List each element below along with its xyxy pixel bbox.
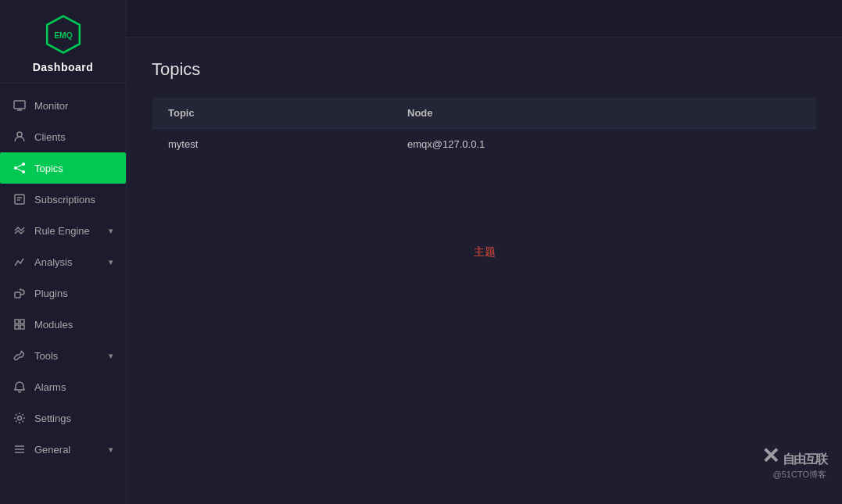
svg-rect-17 xyxy=(15,325,19,329)
sidebar: EMQ Dashboard Monitor Clients Topics xyxy=(0,0,127,504)
sidebar-item-modules-label: Modules xyxy=(34,319,113,331)
svg-line-9 xyxy=(17,165,22,167)
tools-chevron-icon: ▾ xyxy=(109,351,113,361)
sidebar-item-topics[interactable]: Topics xyxy=(0,152,126,184)
page-title: Topics xyxy=(152,59,817,80)
topbar xyxy=(127,0,842,38)
svg-rect-18 xyxy=(20,325,24,329)
modules-icon xyxy=(13,317,27,331)
cell-topic: mytest xyxy=(152,129,392,160)
table-header: Topic Node xyxy=(152,98,817,129)
svg-line-10 xyxy=(17,169,22,171)
sidebar-item-rule-engine-label: Rule Engine xyxy=(34,225,106,237)
topics-table: Topic Node mytest emqx@127.0.0.1 xyxy=(152,97,817,160)
watermark-brand: @51CTO博客 xyxy=(761,469,826,481)
monitor-icon xyxy=(13,98,27,113)
table-row: mytest emqx@127.0.0.1 xyxy=(152,129,817,160)
rule-engine-chevron-icon: ▾ xyxy=(109,226,113,236)
column-header-node: Node xyxy=(392,98,816,129)
sidebar-item-monitor-label: Monitor xyxy=(34,100,113,112)
sidebar-item-analysis-label: Analysis xyxy=(34,256,106,268)
svg-rect-16 xyxy=(20,320,24,323)
sidebar-item-subscriptions-label: Subscriptions xyxy=(34,194,113,206)
column-header-topic: Topic xyxy=(152,98,392,129)
plugins-icon xyxy=(13,286,27,300)
sidebar-item-alarms-label: Alarms xyxy=(34,381,113,393)
analysis-icon xyxy=(13,255,27,269)
sidebar-logo: EMQ Dashboard xyxy=(0,0,126,84)
topics-icon xyxy=(13,161,27,175)
svg-point-5 xyxy=(17,132,22,137)
watermark: ✕ 自由互联 @51CTO博客 xyxy=(761,443,826,481)
sidebar-item-modules[interactable]: Modules xyxy=(0,309,126,340)
center-label: 主题 xyxy=(474,245,496,259)
svg-rect-2 xyxy=(14,101,25,109)
svg-text:EMQ: EMQ xyxy=(54,31,73,40)
emq-logo: EMQ xyxy=(43,14,84,55)
svg-rect-15 xyxy=(15,320,19,323)
sidebar-item-analysis[interactable]: Analysis ▾ xyxy=(0,246,126,277)
svg-point-19 xyxy=(18,416,22,420)
sidebar-item-rule-engine[interactable]: Rule Engine ▾ xyxy=(0,215,126,246)
svg-rect-14 xyxy=(15,292,20,298)
main-content: Topics Topic Node mytest emqx@127.0.0.1 … xyxy=(127,0,842,504)
watermark-icon: ✕ 自由互联 xyxy=(761,443,826,469)
svg-rect-11 xyxy=(15,195,24,204)
subscriptions-icon xyxy=(13,192,27,206)
svg-point-6 xyxy=(14,166,17,170)
sidebar-item-alarms[interactable]: Alarms xyxy=(0,371,126,402)
svg-point-7 xyxy=(22,163,25,166)
table-body: mytest emqx@127.0.0.1 xyxy=(152,129,817,160)
dashboard-title: Dashboard xyxy=(33,61,94,73)
sidebar-item-clients[interactable]: Clients xyxy=(0,121,126,152)
general-chevron-icon: ▾ xyxy=(109,445,113,455)
sidebar-item-plugins-label: Plugins xyxy=(34,288,113,299)
sidebar-item-subscriptions[interactable]: Subscriptions xyxy=(0,184,126,215)
rule-engine-icon xyxy=(13,223,27,238)
alarms-icon xyxy=(13,380,27,394)
svg-point-8 xyxy=(22,170,25,173)
general-icon xyxy=(13,442,27,456)
clients-icon xyxy=(13,130,27,144)
cell-node: emqx@127.0.0.1 xyxy=(392,129,816,160)
settings-icon xyxy=(13,411,27,425)
sidebar-item-monitor[interactable]: Monitor xyxy=(0,90,126,121)
sidebar-item-settings[interactable]: Settings xyxy=(0,402,126,434)
sidebar-item-general-label: General xyxy=(34,444,106,456)
analysis-chevron-icon: ▾ xyxy=(109,257,113,267)
sidebar-item-tools[interactable]: Tools ▾ xyxy=(0,340,126,371)
content-area: Topics Topic Node mytest emqx@127.0.0.1 xyxy=(127,38,842,504)
sidebar-item-tools-label: Tools xyxy=(34,350,106,362)
sidebar-navigation: Monitor Clients Topics Subscriptions xyxy=(0,84,126,504)
sidebar-item-clients-label: Clients xyxy=(34,131,113,143)
sidebar-item-plugins[interactable]: Plugins xyxy=(0,277,126,309)
tools-icon xyxy=(13,349,27,363)
sidebar-item-settings-label: Settings xyxy=(34,413,113,424)
sidebar-item-topics-label: Topics xyxy=(34,163,113,174)
sidebar-item-general[interactable]: General ▾ xyxy=(0,434,126,465)
